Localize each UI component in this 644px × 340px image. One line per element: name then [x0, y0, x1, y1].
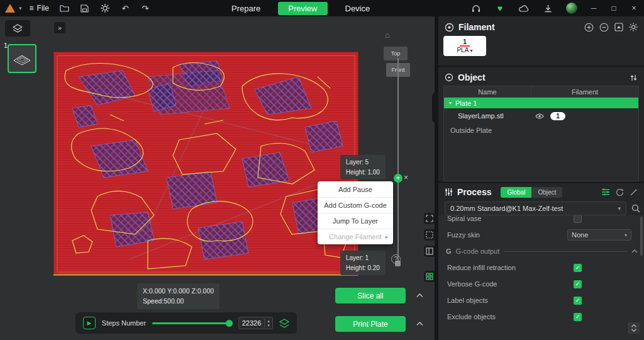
- play-button[interactable]: ▶: [83, 317, 96, 329]
- collapse-chevron-icon[interactable]: [631, 249, 638, 253]
- download-icon[interactable]: [536, 0, 560, 16]
- app-logo-icon[interactable]: [5, 4, 15, 13]
- layers-mode-icon[interactable]: [279, 319, 289, 328]
- filament-chip[interactable]: 1 PLA ▾: [443, 36, 486, 56]
- tab-preview[interactable]: Preview: [278, 2, 327, 15]
- model-filament-badge[interactable]: 1: [550, 112, 565, 120]
- object-title: Object: [458, 72, 486, 82]
- expand-panel-button[interactable]: »: [54, 22, 65, 33]
- filament-caret-icon[interactable]: ▾: [470, 48, 473, 54]
- steps-slider-knob[interactable]: [226, 320, 233, 327]
- sidebar-collapse-handle[interactable]: [432, 92, 438, 123]
- help-button[interactable]: ?: [391, 254, 401, 264]
- outside-plate-label: Outside Plate: [450, 127, 492, 134]
- tab-prepare[interactable]: Prepare: [231, 4, 260, 13]
- flush-options-button[interactable]: [614, 23, 623, 31]
- slice-options-chevron-button[interactable]: [413, 288, 426, 302]
- split-view-icon[interactable]: [424, 246, 435, 257]
- plate-row-label: Plate 1: [455, 99, 477, 107]
- spin-up-button[interactable]: ▴: [265, 319, 272, 323]
- widgets-grid-icon[interactable]: [424, 271, 435, 282]
- spin-down-button[interactable]: ▾: [265, 323, 272, 327]
- settings-scrollbar[interactable]: [640, 217, 643, 256]
- parameter-table-icon[interactable]: [601, 188, 610, 196]
- user-avatar[interactable]: [560, 0, 584, 16]
- slice-all-button[interactable]: Slice all: [335, 288, 406, 303]
- filament-settings-gear-icon[interactable]: [629, 23, 638, 31]
- cloud-icon[interactable]: [512, 0, 536, 16]
- remove-filament-button[interactable]: [599, 23, 609, 32]
- reset-icon[interactable]: [616, 188, 624, 196]
- health-heart-icon[interactable]: ♥: [488, 0, 512, 16]
- settings-gear-icon[interactable]: [97, 0, 113, 16]
- process-preset-select[interactable]: 0.20mm Standard@K1 Max-Zelf-test ▾: [445, 201, 626, 215]
- spiral-vase-checkbox[interactable]: [574, 215, 582, 223]
- viewport-tool-column: [424, 213, 435, 282]
- process-section-header: Process Global Object: [438, 185, 644, 199]
- gcode-preview-canvas[interactable]: [53, 52, 358, 276]
- visibility-eye-icon[interactable]: [535, 113, 544, 119]
- viewport-3d[interactable]: » 1: [0, 16, 435, 340]
- expand-settings-button[interactable]: [628, 322, 640, 334]
- menu-item-add-pause[interactable]: Add Pause: [318, 181, 393, 197]
- plates-panel-button[interactable]: [5, 20, 30, 37]
- filament-slot-number: 1: [460, 38, 470, 47]
- table-row-plate[interactable]: ▾ Plate 1: [444, 98, 638, 108]
- file-menu-button[interactable]: ≡ File: [26, 3, 53, 14]
- preset-name: 0.20mm Standard@K1 Max-Zelf-test: [450, 205, 563, 212]
- add-filament-button[interactable]: [584, 23, 594, 32]
- tab-device[interactable]: Device: [345, 4, 370, 13]
- table-row-outside-plate[interactable]: Outside Plate: [444, 123, 638, 137]
- layer-tooltip-bottom: Layer: 1 Height: 0.20: [340, 251, 386, 275]
- scope-global-button[interactable]: Global: [501, 187, 531, 198]
- filament-material: PLA ▾: [457, 47, 472, 54]
- dashed-box-icon[interactable]: [424, 229, 435, 241]
- fuzzy-skin-select[interactable]: None ▾: [567, 229, 631, 241]
- verbose-gcode-checkbox[interactable]: ✓: [574, 280, 582, 288]
- layer-tooltip-top-height: Height: 1.00: [346, 167, 380, 178]
- exclude-objects-checkbox[interactable]: ✓: [574, 313, 582, 321]
- layer-slider-add-marker-button[interactable]: +: [394, 174, 402, 183]
- layer-context-menu: Add Pause Add Custom G-code Jump To Laye…: [318, 181, 393, 244]
- frame-select-icon[interactable]: [424, 213, 435, 224]
- gcode-output-section-header[interactable]: G G-code output: [438, 244, 644, 258]
- object-list-sort-icon[interactable]: [630, 74, 638, 82]
- window-minimize-button[interactable]: ─: [584, 0, 604, 16]
- support-headset-icon[interactable]: [464, 0, 488, 16]
- layer-slider-track[interactable]: [397, 58, 399, 266]
- view-top-button[interactable]: Top: [384, 47, 408, 60]
- home-view-icon[interactable]: ⌂: [385, 30, 390, 40]
- logo-chevron-down-icon[interactable]: ▾: [19, 5, 22, 11]
- layer-marker-close-icon[interactable]: ×: [404, 173, 408, 182]
- label-objects-checkbox[interactable]: ✓: [574, 297, 582, 305]
- steps-number-input[interactable]: 22326 ▴ ▾: [238, 317, 273, 329]
- menu-item-jump-to-layer[interactable]: Jump To Layer: [318, 213, 393, 229]
- process-settings-list: Spiral vase Fuzzy skin None ▾ G G-code o…: [438, 215, 644, 340]
- plate-thumbnail[interactable]: [8, 44, 36, 73]
- object-section-header: Object: [438, 71, 644, 84]
- table-row-model[interactable]: SlayerLamp.stl 1: [444, 108, 638, 123]
- section-divider: [438, 181, 644, 183]
- wizard-wand-icon[interactable]: [630, 188, 638, 196]
- reduce-infill-retraction-checkbox[interactable]: ✓: [574, 264, 582, 272]
- print-options-chevron-button[interactable]: [413, 317, 426, 331]
- save-icon[interactable]: [77, 0, 93, 16]
- search-preset-icon[interactable]: [631, 204, 640, 213]
- window-close-button[interactable]: ×: [624, 0, 644, 16]
- hamburger-icon: ≡: [30, 4, 34, 13]
- open-file-icon[interactable]: [57, 0, 73, 16]
- menu-item-change-filament[interactable]: Change Filament ▸: [318, 229, 393, 244]
- steps-number-value[interactable]: 22326: [239, 319, 264, 327]
- steps-slider[interactable]: [152, 322, 232, 324]
- scope-object-button[interactable]: Object: [531, 187, 562, 198]
- print-plate-button[interactable]: Print Plate: [335, 316, 406, 332]
- expand-caret-icon[interactable]: ▾: [449, 100, 452, 106]
- process-scope-toggle: Global Object: [501, 187, 562, 198]
- window-maximize-button[interactable]: □: [604, 0, 624, 16]
- menu-item-add-custom-gcode[interactable]: Add Custom G-code: [318, 197, 393, 213]
- redo-icon[interactable]: ↷: [137, 0, 153, 16]
- object-icon: [445, 73, 453, 82]
- position-xyz: X:0.000 Y:0.000 Z:0.000: [143, 286, 214, 296]
- undo-icon[interactable]: ↶: [117, 0, 133, 16]
- setting-label: Fuzzy skin: [447, 231, 567, 239]
